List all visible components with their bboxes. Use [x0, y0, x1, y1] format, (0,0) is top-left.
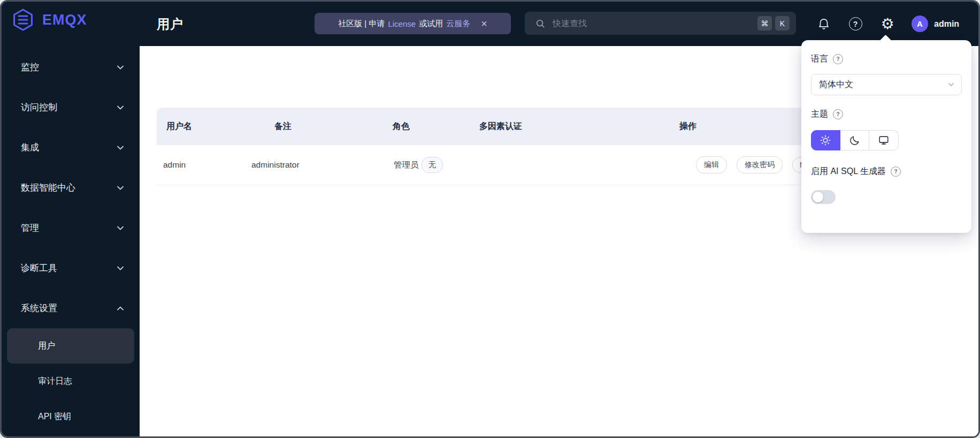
sidebar: EMQX 监控 访问控制 集成 数据智能中心 管理	[2, 2, 140, 436]
cloud-service-link[interactable]: 云服务	[446, 19, 470, 29]
chevron-down-icon	[116, 144, 125, 152]
sidebar-item-data-intelligence[interactable]: 数据智能中心	[2, 168, 140, 208]
column-header-note: 备注	[265, 121, 383, 132]
help-icon[interactable]: ?	[891, 167, 901, 177]
help-icon[interactable]: ?	[833, 54, 843, 64]
sidebar-item-management[interactable]: 管理	[2, 208, 140, 248]
sidebar-subitem-label: 用户	[38, 341, 55, 352]
sun-icon	[820, 134, 831, 146]
page-title: 用户	[157, 2, 183, 46]
help-icon[interactable]: ?	[833, 109, 843, 119]
edit-button[interactable]: 编辑	[696, 156, 727, 173]
sidebar-item-label: 集成	[21, 141, 39, 154]
language-label: 语言	[811, 54, 828, 65]
notifications-button[interactable]	[816, 2, 832, 46]
search-input[interactable]	[552, 18, 754, 29]
quick-search[interactable]: ⌘ K	[525, 12, 796, 35]
chevron-down-icon	[947, 81, 955, 88]
ai-sql-label: 启用 AI SQL 生成器	[811, 166, 886, 177]
help-button[interactable]: ?	[848, 2, 862, 46]
cell-note: administrator	[251, 145, 300, 185]
theme-dark-button[interactable]	[840, 130, 870, 150]
gear-icon: ⚙	[881, 17, 894, 32]
cell-role: 管理员	[394, 145, 419, 185]
sidebar-item-diagnostics[interactable]: 诊断工具	[2, 248, 140, 288]
change-password-button[interactable]: 修改密码	[737, 156, 783, 173]
sidebar-item-label: 诊断工具	[21, 262, 57, 274]
emqx-hexagon-icon	[11, 8, 35, 32]
moon-icon	[849, 134, 861, 146]
language-label-row: 语言 ?	[811, 53, 962, 65]
help-icon: ?	[849, 17, 862, 31]
sidebar-subitem-label: API 密钥	[38, 411, 71, 422]
sidebar-item-label: 数据智能中心	[21, 182, 75, 194]
avatar[interactable]: A	[912, 16, 928, 32]
sidebar-item-access-control[interactable]: 访问控制	[2, 87, 140, 127]
emqx-dashboard-window: 用户 社区版 | 申请 License 或试用 云服务 × ⌘ K ?	[0, 0, 980, 438]
column-header-username: 用户名	[157, 121, 265, 132]
language-select[interactable]: 简体中文	[811, 74, 962, 95]
k-key-badge: K	[775, 16, 790, 31]
license-link[interactable]: License	[388, 19, 416, 28]
sidebar-subitem-label: 审计日志	[38, 376, 72, 387]
banner-close-icon[interactable]: ×	[481, 18, 487, 29]
sidebar-item-users[interactable]: 用户	[7, 328, 134, 364]
settings-popup: 语言 ? 简体中文 主题 ?	[801, 40, 971, 233]
current-user-name[interactable]: admin	[934, 2, 959, 46]
bell-icon	[817, 17, 831, 31]
command-key-badge: ⌘	[757, 16, 772, 31]
chevron-down-icon	[116, 104, 125, 111]
cell-mfa: 无	[422, 145, 443, 185]
banner-text: 或试用	[419, 19, 443, 29]
search-icon	[535, 19, 545, 28]
emqx-logo-text: EMQX	[42, 12, 87, 28]
mfa-none-badge: 无	[422, 157, 443, 173]
emqx-logo[interactable]: EMQX	[11, 8, 87, 32]
sidebar-item-integration[interactable]: 集成	[2, 127, 140, 168]
cell-username: admin	[163, 145, 186, 185]
chevron-up-icon	[116, 305, 125, 312]
sidebar-item-audit-log[interactable]: 审计日志	[2, 364, 140, 399]
sidebar-item-label: 管理	[21, 222, 39, 234]
language-select-value: 简体中文	[819, 79, 853, 90]
sidebar-item-label: 监控	[21, 61, 39, 73]
monitor-icon	[878, 134, 890, 146]
ai-sql-label-row: 启用 AI SQL 生成器 ?	[811, 165, 962, 177]
theme-switcher	[811, 130, 899, 150]
license-banner: 社区版 | 申请 License 或试用 云服务 ×	[315, 13, 511, 34]
theme-label-row: 主题 ?	[811, 108, 962, 120]
theme-system-button[interactable]	[869, 130, 899, 150]
banner-text: 社区版 | 申请	[338, 19, 385, 29]
sidebar-item-label: 系统设置	[21, 302, 57, 314]
chevron-down-icon	[116, 224, 125, 232]
theme-light-button[interactable]	[811, 130, 840, 150]
theme-label: 主题	[811, 109, 828, 120]
sidebar-nav: 监控 访问控制 集成 数据智能中心 管理 诊断工具	[2, 47, 140, 434]
chevron-down-icon	[116, 64, 125, 71]
ai-sql-toggle[interactable]	[811, 190, 836, 204]
chevron-down-icon	[116, 184, 125, 192]
sidebar-item-api-keys[interactable]: API 密钥	[2, 399, 140, 434]
column-header-mfa: 多因素认证	[470, 121, 670, 132]
toggle-knob	[813, 192, 823, 202]
sidebar-item-label: 访问控制	[21, 101, 57, 114]
sidebar-item-system-settings[interactable]: 系统设置	[2, 288, 140, 328]
top-header-bar: 用户 社区版 | 申请 License 或试用 云服务 × ⌘ K ?	[2, 2, 978, 46]
chevron-down-icon	[116, 265, 125, 272]
sidebar-item-monitoring[interactable]: 监控	[2, 47, 140, 87]
column-header-role: 角色	[383, 121, 470, 132]
